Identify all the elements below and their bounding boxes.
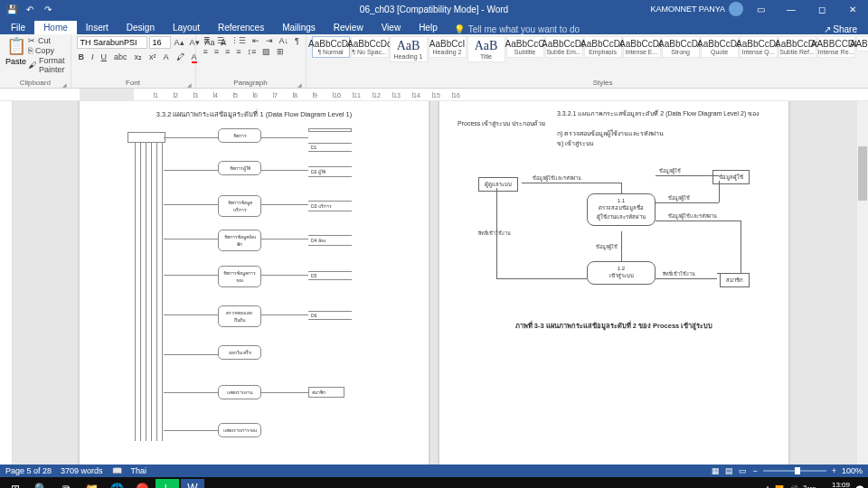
search-icon[interactable]: 🔍 [29, 479, 52, 488]
style-item[interactable]: AaBbCcDcIntense Q... [740, 36, 778, 58]
paste-button[interactable]: 📋 Paste [5, 36, 26, 66]
document-area[interactable]: 3.3.2 แผนภาพกระแสข้อมูลระดับที่ 1 (Data … [0, 101, 868, 465]
print-layout-icon[interactable]: ▤ [725, 466, 733, 475]
cut-button[interactable]: ✂Cut [28, 36, 65, 45]
sort-icon[interactable]: A↓ [278, 36, 291, 45]
share-button[interactable]: ↗ Share [824, 24, 868, 34]
tab-mailings[interactable]: Mailings [273, 21, 325, 34]
avatar[interactable] [729, 2, 743, 16]
text-effects-icon[interactable]: A [162, 52, 171, 61]
italic-icon[interactable]: I [90, 52, 96, 61]
align-right-icon[interactable]: ≡ [223, 47, 231, 56]
style-item[interactable]: AaBHeading 1 [390, 36, 428, 62]
page-left: 3.3.2 แผนภาพกระแสข้อมูลระดับที่ 1 (Data … [80, 101, 429, 465]
style-item[interactable]: AaBbCcDcIntense E... [623, 36, 661, 58]
explorer-icon[interactable]: 📁 [80, 479, 103, 488]
multilevel-icon[interactable]: ⋮☰ [229, 36, 248, 45]
group-label: Paragraph [202, 79, 300, 88]
notifications-icon[interactable]: 💬 [855, 485, 864, 489]
horizontal-ruler[interactable]: 12345678910111213141516 [0, 89, 868, 101]
edge-icon[interactable]: 🌐 [105, 479, 128, 488]
shading-icon[interactable]: ▧ [260, 47, 272, 56]
tab-references[interactable]: References [209, 21, 273, 34]
read-mode-icon[interactable]: ▦ [712, 466, 720, 475]
style-item[interactable]: AaBTitle [467, 36, 505, 62]
indent-dec-icon[interactable]: ⇤ [250, 36, 261, 45]
zoom-out-icon[interactable]: − [752, 466, 757, 475]
scroll-thumb[interactable] [858, 146, 867, 201]
taskview-icon[interactable]: ⧉ [54, 479, 78, 488]
numbering-icon[interactable]: ☰ [215, 36, 226, 45]
wifi-icon[interactable]: 📶 [775, 485, 784, 489]
start-icon[interactable]: ⊞ [4, 479, 27, 488]
justify-icon[interactable]: ≡ [234, 47, 242, 56]
align-center-icon[interactable]: ≡ [212, 47, 221, 56]
underline-icon[interactable]: U [99, 52, 109, 61]
zoom-slider[interactable] [763, 470, 826, 472]
maximize-icon[interactable]: ◻ [808, 0, 835, 18]
zoom-level[interactable]: 100% [842, 466, 863, 475]
tray-chevron-icon[interactable]: ˄ [766, 485, 769, 489]
ribbon: 📋 Paste ✂Cut ⎘Copy 🖌Format Painter Clipb… [0, 34, 868, 89]
superscript-icon[interactable]: x² [147, 52, 158, 61]
style-item[interactable]: AABBCCDC [856, 36, 868, 52]
clock[interactable]: 13:09 8/7/2564 [822, 482, 850, 488]
statusbar: Page 5 of 28 3709 words 📖 Thai ▦ ▤ ▭ − +… [0, 465, 868, 477]
style-item[interactable]: AaBbCcDcQuote [701, 36, 739, 58]
style-item[interactable]: AaBbCcIHeading 2 [429, 36, 467, 58]
style-item[interactable]: AaBbCcDc¶ No Spac... [351, 36, 389, 58]
tab-help[interactable]: Help [410, 21, 447, 34]
borders-icon[interactable]: ⊞ [275, 47, 286, 56]
tell-me[interactable]: 💡Tell me what you want to do [454, 24, 580, 34]
undo-icon[interactable]: ↶ [22, 2, 38, 16]
style-item[interactable]: AaBbCcDc¶ Normal [312, 36, 350, 58]
subscript-icon[interactable]: x₂ [133, 52, 145, 61]
tab-view[interactable]: View [373, 21, 410, 34]
tab-insert[interactable]: Insert [77, 21, 118, 34]
tab-design[interactable]: Design [118, 21, 164, 34]
body-text: ก) ตรวจสอบข้อมูลผู้ใช้งานและรหัสผ่าน [458, 128, 770, 138]
minimize-icon[interactable]: — [778, 0, 805, 18]
ime-icon[interactable]: ไทย [804, 483, 816, 489]
zoom-in-icon[interactable]: + [832, 466, 836, 475]
word-icon[interactable]: W [181, 479, 204, 488]
word-count[interactable]: 3709 words [61, 466, 103, 475]
vertical-ruler[interactable] [0, 101, 13, 465]
format-painter-button[interactable]: 🖌Format Painter [28, 56, 65, 74]
group-label: Styles [312, 79, 868, 88]
close-icon[interactable]: ✕ [839, 0, 866, 18]
save-icon[interactable]: 💾 [4, 2, 20, 16]
language-status[interactable]: Thai [131, 466, 147, 475]
spellcheck-icon[interactable]: 📖 [112, 466, 122, 475]
copy-button[interactable]: ⎘Copy [28, 46, 65, 55]
pilcrow-icon[interactable]: ¶ [293, 36, 301, 45]
volume-icon[interactable]: 🔊 [789, 485, 798, 489]
page-status[interactable]: Page 5 of 28 [5, 466, 52, 475]
ribbon-options-icon[interactable]: ▭ [747, 0, 774, 18]
line-icon[interactable]: L [156, 479, 179, 488]
line-spacing-icon[interactable]: ↕≡ [246, 47, 259, 56]
tab-file[interactable]: File [2, 21, 34, 34]
style-item[interactable]: AaBbCcCSubtitle [506, 36, 544, 58]
style-item[interactable]: AaBbCcDcSubtle Em... [545, 36, 583, 58]
style-item[interactable]: AaBbCcDcEmphasis [584, 36, 622, 58]
vertical-scrollbar[interactable] [857, 101, 868, 465]
chrome-icon[interactable]: 🔴 [130, 479, 154, 488]
highlight-icon[interactable]: 🖍 [175, 52, 186, 61]
grow-font-icon[interactable]: A▴ [173, 38, 186, 47]
bullets-icon[interactable]: ≣ [202, 36, 212, 45]
style-item[interactable]: AaBbCcDcStrong [662, 36, 700, 58]
web-layout-icon[interactable]: ▭ [739, 466, 747, 475]
indent-inc-icon[interactable]: ⇥ [264, 36, 275, 45]
font-family-select[interactable]: TH SarabunPSI [77, 36, 147, 49]
bold-icon[interactable]: B [77, 52, 87, 61]
redo-icon[interactable]: ↷ [40, 2, 56, 16]
dfd-level2-diagram: ผู้ดูแลระบบ ข้อมูลผู้ใช้ สมาชิก 1.1 ตรวจ… [478, 166, 750, 311]
tab-home[interactable]: Home [34, 21, 77, 34]
tab-layout[interactable]: Layout [164, 21, 209, 34]
align-left-icon[interactable]: ≡ [202, 47, 210, 56]
scissors-icon: ✂ [28, 36, 35, 45]
font-size-select[interactable]: 16 [149, 36, 171, 49]
tab-review[interactable]: Review [325, 21, 373, 34]
strike-icon[interactable]: abc [112, 52, 129, 61]
